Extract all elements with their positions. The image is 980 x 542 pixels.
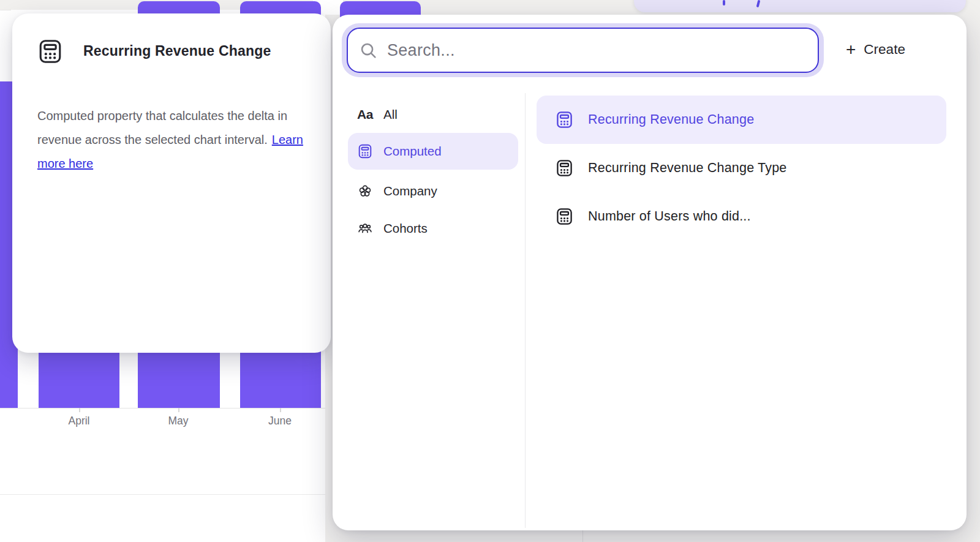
filter-item-all[interactable]: Aa All — [348, 97, 518, 132]
filter-item-computed[interactable]: Computed — [348, 133, 518, 170]
calculator-icon — [555, 207, 574, 226]
plus-icon: + — [846, 41, 856, 58]
panel-divider — [525, 93, 526, 528]
cohorts-icon — [357, 220, 373, 236]
app-canvas: { "colors": { "bar_purple": "#7557f2", "… — [0, 0, 980, 542]
filter-label: Computed — [383, 144, 442, 159]
calculator-icon — [555, 110, 574, 129]
clipped-text-fragment — [723, 0, 725, 6]
results-list: Recurring Revenue Change Recurring Reven… — [537, 96, 946, 241]
result-label: Recurring Revenue Change Type — [588, 160, 787, 176]
result-label: Recurring Revenue Change — [588, 112, 754, 127]
calculator-icon — [555, 159, 574, 178]
x-axis-label-april: April — [68, 415, 89, 427]
x-axis-tick — [280, 408, 281, 412]
create-button-label: Create — [864, 42, 905, 58]
background-column-edge — [582, 530, 583, 542]
text-aa-icon: Aa — [357, 107, 373, 122]
x-axis-label-june: June — [268, 415, 292, 427]
background-card-edge — [0, 10, 11, 10]
search-field[interactable] — [347, 28, 819, 73]
company-icon — [357, 183, 373, 199]
property-tooltip-card: Recurring Revenue Change Computed proper… — [12, 13, 331, 353]
property-picker-panel: + Create Aa All Computed — [333, 15, 967, 530]
result-label: Number of Users who did... — [588, 209, 751, 224]
filter-label: All — [383, 107, 398, 122]
x-axis-tick — [178, 408, 179, 412]
tooltip-title: Recurring Revenue Change — [83, 43, 271, 59]
x-axis-label-may: May — [168, 415, 188, 427]
x-axis-tick — [79, 408, 80, 412]
tooltip-description: Computed property that calculates the de… — [37, 104, 312, 176]
calculator-icon — [357, 143, 373, 159]
background-top-strip — [313, 0, 343, 15]
result-recurring-revenue-change[interactable]: Recurring Revenue Change — [537, 96, 946, 144]
result-number-of-users[interactable]: Number of Users who did... — [537, 192, 946, 241]
calculator-icon — [37, 38, 64, 65]
tooltip-description-text: Computed property that calculates the de… — [37, 109, 287, 146]
x-axis-line — [0, 408, 325, 408]
result-recurring-revenue-change-type[interactable]: Recurring Revenue Change Type — [537, 144, 946, 192]
search-icon — [359, 41, 378, 60]
clipped-text-fragment — [756, 0, 761, 7]
filter-item-cohorts[interactable]: Cohorts — [348, 212, 518, 245]
search-input[interactable] — [387, 41, 807, 60]
background-divider-line — [0, 494, 325, 495]
filter-label: Company — [383, 184, 437, 198]
filter-label: Cohorts — [383, 221, 428, 236]
filter-item-company[interactable]: Company — [348, 175, 518, 208]
create-button[interactable]: + Create — [846, 35, 905, 64]
clipped-property-button[interactable] — [634, 0, 966, 12]
